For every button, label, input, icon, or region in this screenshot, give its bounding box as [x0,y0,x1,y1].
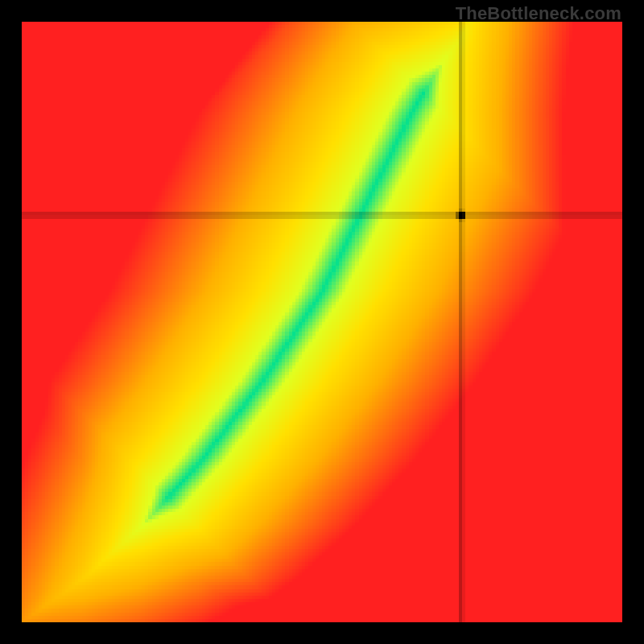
watermark-text: TheBottleneck.com [456,3,621,24]
chart-frame: TheBottleneck.com [0,0,644,644]
bottleneck-heatmap [22,22,622,622]
